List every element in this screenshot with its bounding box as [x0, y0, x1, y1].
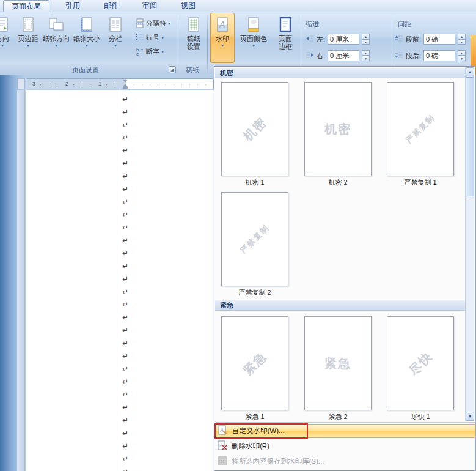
- paper-size-button[interactable]: 纸张大小 ▾: [72, 13, 101, 63]
- remove-watermark-menu-item[interactable]: A 删除水印(R): [215, 439, 475, 453]
- watermark-preview-text: 紧急: [221, 316, 288, 410]
- orientation-button[interactable]: 纸张方向 ▾: [42, 13, 71, 63]
- watermark-preview-text: 严禁复制: [387, 82, 454, 176]
- horizontal-ruler: 3 2 1: [26, 78, 214, 89]
- watermark-thumbnail[interactable]: 尽快 尽快 1: [387, 316, 454, 421]
- spacing-before-input[interactable]: [423, 34, 455, 45]
- scroll-down-icon[interactable]: ▼: [466, 412, 474, 421]
- indent-left-row: 左: ▲ ▼: [306, 33, 370, 45]
- watermark-button[interactable]: A 水印 ▾: [210, 13, 235, 63]
- watermark-thumbnail[interactable]: 严禁复制 严禁复制 2: [221, 192, 288, 297]
- spin-up-icon[interactable]: ▲: [458, 34, 466, 39]
- breaks-button[interactable]: 分隔符 ▾: [136, 17, 178, 31]
- vertical-ruler: [17, 90, 25, 471]
- word-window: 页面布局 引用 邮件 审阅 视图 方向 ▾ 页边距 ▾ 纸张方向 ▾: [0, 0, 476, 471]
- tab-review[interactable]: 审阅: [134, 0, 165, 12]
- ruler-dot: [174, 84, 174, 85]
- hyphenation-button[interactable]: bc 断字 ▾: [136, 45, 178, 59]
- gallery-section-header: 机密: [215, 68, 466, 78]
- grid-settings-button[interactable]: 稿纸 设置: [181, 13, 207, 63]
- indent-left-stepper[interactable]: ▲ ▼: [362, 34, 370, 45]
- watermark-preview-text: 机密: [221, 82, 288, 176]
- spin-up-icon[interactable]: ▲: [362, 34, 370, 39]
- custom-watermark-menu-item[interactable]: A 自定义水印(W)...: [215, 424, 475, 438]
- paragraph-marks-column: ↵↵↵↵↵↵↵↵↵↵↵↵↵↵↵↵↵↵↵↵↵↵↵↵↵↵↵↵↵↵: [122, 93, 134, 471]
- indent-right-input[interactable]: [328, 50, 359, 61]
- ruler-number: 3: [32, 81, 35, 87]
- ruler-margin-zone: [26, 79, 126, 89]
- spin-up-icon[interactable]: ▲: [362, 50, 370, 56]
- ruler-dot: [150, 84, 150, 85]
- dropdown-arrow-icon: ▾: [252, 43, 255, 48]
- page-color-button[interactable]: 页面颜色 ▾: [237, 13, 270, 63]
- ruler-tick: [82, 83, 82, 86]
- watermark-label: 机密 2: [304, 178, 372, 187]
- dropdown-arrow-icon: ▾: [1, 43, 4, 48]
- hyphenation-label: 断字: [146, 47, 159, 56]
- margins-button[interactable]: 页边距 ▾: [16, 13, 40, 63]
- first-line-indent-marker[interactable]: [123, 80, 128, 83]
- paragraph-mark: ↵: [122, 247, 134, 260]
- text-direction-button[interactable]: 方向 ▾: [0, 13, 15, 63]
- indent-right-row: 右: ▲ ▼: [306, 50, 370, 62]
- spacing-before-stepper[interactable]: ▲ ▼: [458, 34, 466, 45]
- paragraph-mark: ↵: [122, 144, 134, 157]
- dropdown-arrow-icon: ▾: [168, 21, 170, 26]
- watermark-label: 紧急 2: [304, 412, 372, 421]
- tab-references[interactable]: 引用: [57, 0, 88, 12]
- watermark-thumbnail[interactable]: 严禁复制 严禁复制 1: [387, 82, 454, 187]
- watermark-thumbnail[interactable]: 机密 机密 1: [221, 82, 288, 187]
- group-separator: [207, 14, 208, 75]
- spin-down-icon[interactable]: ▼: [458, 56, 466, 61]
- tab-page-layout[interactable]: 页面布局: [3, 0, 49, 12]
- orientation-icon: [48, 15, 64, 35]
- dropdown-arrow-icon: ▾: [55, 43, 57, 48]
- save-to-gallery-menu-item: 将所选内容保存到水印库(S)...: [215, 454, 475, 469]
- tab-view[interactable]: 视图: [173, 0, 203, 12]
- line-numbers-button[interactable]: 行号 ▾: [136, 31, 178, 45]
- paper-size-icon: [79, 15, 94, 35]
- spin-up-icon[interactable]: ▲: [458, 50, 466, 56]
- paragraph-mark: ↵: [122, 337, 134, 350]
- paragraph-mark: ↵: [122, 388, 134, 401]
- page-borders-icon: [278, 15, 293, 35]
- page-borders-label-line2: 边框: [279, 43, 292, 51]
- paragraph-mark: ↵: [122, 273, 134, 286]
- indent-right-stepper[interactable]: ▲ ▼: [362, 50, 370, 61]
- paragraph-mark: ↵: [122, 350, 134, 363]
- svg-text:A: A: [219, 442, 223, 448]
- ruler-dot: [57, 84, 57, 85]
- remove-watermark-icon: A: [218, 440, 228, 452]
- spacing-after-stepper[interactable]: ▲ ▼: [458, 50, 466, 61]
- spacing-after-input[interactable]: [423, 50, 455, 61]
- paragraph-mark: ↵: [122, 170, 134, 183]
- watermark-preview-text: 紧急: [305, 317, 371, 410]
- spin-down-icon[interactable]: ▼: [458, 39, 466, 45]
- spacing-after-label: 段后:: [406, 51, 421, 61]
- page-borders-button[interactable]: 页面 边框: [273, 13, 298, 63]
- scrollbar-thumb[interactable]: [466, 77, 474, 196]
- custom-watermark-icon: A: [218, 425, 229, 437]
- watermark-label: 严禁复制 2: [221, 288, 288, 297]
- dropdown-arrow-icon: ▾: [27, 43, 29, 48]
- paragraph-mark: ↵: [122, 363, 134, 376]
- watermark-thumbnail[interactable]: 机密 机密 2: [304, 82, 372, 187]
- spin-down-icon[interactable]: ▼: [362, 56, 370, 61]
- dialog-launcher-icon[interactable]: ◢: [169, 66, 176, 73]
- grid-settings-label-line2: 设置: [187, 43, 200, 51]
- paragraph-mark: ↵: [122, 427, 134, 440]
- tab-mailings[interactable]: 邮件: [96, 0, 126, 12]
- paragraph-mark: ↵: [122, 183, 134, 196]
- gallery-scrollbar[interactable]: ▲ ▼: [465, 67, 474, 421]
- columns-button[interactable]: 分栏 ▾: [104, 13, 127, 63]
- watermark-thumbnail[interactable]: 紧急 紧急 1: [221, 316, 288, 421]
- spin-down-icon[interactable]: ▼: [362, 39, 370, 45]
- watermark-thumbnail[interactable]: 紧急 紧急 2: [304, 316, 372, 421]
- indent-left-input[interactable]: [328, 34, 359, 45]
- ruler-tick: [115, 83, 115, 86]
- left-indent-marker[interactable]: [123, 87, 128, 89]
- page-setup-small-buttons: 分隔符 ▾ 行号 ▾ bc 断字 ▾: [136, 17, 178, 59]
- ribbon: 方向 ▾ 页边距 ▾ 纸张方向 ▾ 纸张大小 ▾: [0, 12, 476, 64]
- scroll-up-icon[interactable]: ▲: [466, 67, 474, 76]
- svg-text:A: A: [219, 20, 225, 29]
